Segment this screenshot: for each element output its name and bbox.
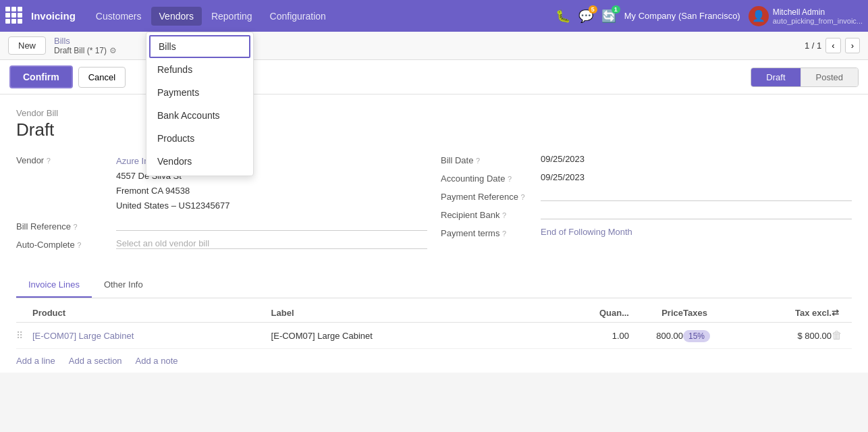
bill-ref-input[interactable] <box>116 220 427 231</box>
payment-ref-input[interactable] <box>541 190 852 201</box>
row-price[interactable]: 800.00 <box>629 331 683 341</box>
menu-bills[interactable]: Bills <box>149 35 250 58</box>
company-selector[interactable]: My Company (San Francisco) <box>624 11 740 21</box>
recipient-bank-hint[interactable]: ? <box>502 211 506 219</box>
chat-icon[interactable]: 💬 5 <box>578 9 593 24</box>
payment-terms-hint[interactable]: ? <box>502 230 506 238</box>
bill-date-hint[interactable]: ? <box>476 157 480 165</box>
menu-payments[interactable]: Payments <box>146 81 253 104</box>
top-navbar: Invoicing Customers Vendors Reporting Co… <box>0 0 868 32</box>
refresh-badge: 1 <box>612 5 620 14</box>
recipient-bank-input[interactable] <box>541 209 852 219</box>
brand-label[interactable]: Invoicing <box>31 10 76 22</box>
prev-page-button[interactable]: ‹ <box>825 38 840 53</box>
payment-ref-hint[interactable]: ? <box>521 193 525 201</box>
bill-date-value[interactable]: 09/25/2023 <box>541 154 585 164</box>
status-posted: Posted <box>801 68 858 86</box>
auto-complete-field-row: Auto-Complete ? <box>16 238 427 250</box>
menu-vendors[interactable]: Vendors <box>146 150 253 173</box>
invoice-lines-table: Product Label Quan... Price Taxes Tax ex… <box>16 304 852 373</box>
drag-handle[interactable]: ⠿ <box>16 330 32 341</box>
row-tax-excl: $ 800.00 <box>751 331 832 341</box>
bill-date-label: Bill Date ? <box>441 154 535 165</box>
chat-badge: 5 <box>589 5 597 14</box>
cancel-button[interactable]: Cancel <box>78 67 126 88</box>
actions-col-header: ⇄ <box>832 308 852 318</box>
user-subtitle: auto_picking_from_invoic... <box>773 17 863 25</box>
tab-other-info[interactable]: Other Info <box>92 273 155 298</box>
payment-ref-label: Payment Reference ? <box>441 190 535 202</box>
bug-icon[interactable]: 🐛 <box>555 9 570 24</box>
new-button[interactable]: New <box>8 36 46 55</box>
payment-terms-label: Payment terms ? <box>441 227 535 238</box>
row-quantity[interactable]: 1.00 <box>510 331 629 341</box>
next-page-button[interactable]: › <box>845 38 860 53</box>
nav-reporting[interactable]: Reporting <box>203 7 261 26</box>
nav-vendors[interactable]: Vendors <box>151 7 202 26</box>
username: Mitchell Admin <box>773 7 863 17</box>
vendor-addr2: Fremont CA 94538 <box>116 184 229 198</box>
form-right: Bill Date ? 09/25/2023 Accounting Date ?… <box>441 154 852 256</box>
nav-links: Customers Vendors Reporting Configuratio… <box>88 7 555 26</box>
breadcrumb-parent[interactable]: Bills <box>54 36 117 46</box>
apps-icon[interactable] <box>5 7 24 26</box>
nav-configuration[interactable]: Configuration <box>262 7 334 26</box>
auto-complete-input[interactable] <box>116 238 427 249</box>
tabs: Invoice Lines Other Info <box>16 273 852 298</box>
vendor-label: Vendor ? <box>16 154 111 165</box>
vendor-hint[interactable]: ? <box>47 157 51 165</box>
bill-ref-field-row: Bill Reference ? <box>16 220 427 232</box>
user-menu[interactable]: 👤 Mitchell Admin auto_picking_from_invoi… <box>749 6 863 26</box>
bill-ref-label: Bill Reference ? <box>16 220 111 232</box>
auto-complete-label: Auto-Complete ? <box>16 238 111 250</box>
product-col-header: Product <box>32 308 271 318</box>
tax-badge[interactable]: 15% <box>683 330 710 342</box>
pagination: 1 / 1 ‹ › <box>805 38 860 53</box>
settings-icon[interactable]: ⚙ <box>109 46 117 55</box>
pagination-count: 1 / 1 <box>805 40 821 51</box>
delete-icon[interactable]: 🗑 <box>832 329 852 342</box>
trash-icon[interactable]: 🗑 <box>832 329 842 341</box>
bill-ref-hint[interactable]: ? <box>74 223 78 231</box>
payment-terms-value[interactable]: End of Following Month <box>541 227 632 237</box>
add-line-link[interactable]: Add a line <box>16 356 55 366</box>
label-col-header: Label <box>271 308 510 318</box>
form-grid: Vendor ? Azure Interior 4557 De Silva St… <box>16 154 852 256</box>
recipient-bank-row: Recipient Bank ? <box>441 209 852 220</box>
table-header: Product Label Quan... Price Taxes Tax ex… <box>16 304 852 323</box>
action-bar: Confirm Cancel Draft Posted <box>0 60 868 94</box>
accounting-date-label: Accounting Date ? <box>441 172 535 184</box>
add-section-link[interactable]: Add a section <box>69 356 122 366</box>
topnav-right: 🐛 💬 5 🔄 1 My Company (San Francisco) 👤 M… <box>555 6 863 26</box>
recipient-bank-label: Recipient Bank ? <box>441 209 535 220</box>
table-footer: Add a line Add a section Add a note <box>16 349 852 373</box>
payment-ref-row: Payment Reference ? <box>441 190 852 202</box>
avatar: 👤 <box>749 6 769 26</box>
subnav: New Bills Draft Bill (* 17) ⚙ 1 / 1 ‹ › <box>0 32 868 60</box>
tab-invoice-lines[interactable]: Invoice Lines <box>16 273 92 298</box>
menu-refunds[interactable]: Refunds <box>146 58 253 81</box>
quantity-col-header: Quan... <box>510 308 629 318</box>
add-note-link[interactable]: Add a note <box>136 356 178 366</box>
row-label: [E-COM07] Large Cabinet <box>271 331 510 341</box>
nav-customers[interactable]: Customers <box>88 7 150 26</box>
accounting-date-row: Accounting Date ? 09/25/2023 <box>441 172 852 184</box>
payment-terms-row: Payment terms ? End of Following Month <box>441 227 852 238</box>
menu-products[interactable]: Products <box>146 127 253 150</box>
confirm-button[interactable]: Confirm <box>9 65 73 88</box>
price-col-header: Price <box>629 308 683 318</box>
taxexcl-col-header: Tax excl. <box>751 308 832 318</box>
auto-complete-hint[interactable]: ? <box>77 241 81 249</box>
taxes-col-header: Taxes <box>683 308 751 318</box>
accounting-date-hint[interactable]: ? <box>508 175 512 183</box>
breadcrumb-current: Draft Bill (* 17) ⚙ <box>54 46 117 55</box>
breadcrumb: Bills Draft Bill (* 17) ⚙ <box>54 36 117 55</box>
row-product[interactable]: [E-COM07] Large Cabinet <box>32 331 271 341</box>
menu-bank-accounts[interactable]: Bank Accounts <box>146 104 253 127</box>
refresh-icon[interactable]: 🔄 1 <box>601 9 616 24</box>
status-flow: Draft Posted <box>751 68 859 87</box>
accounting-date-value[interactable]: 09/25/2023 <box>541 172 585 182</box>
main-content: Vendor Bill Draft Vendor ? Azure Interio… <box>0 94 868 373</box>
row-taxes: 15% <box>683 331 751 341</box>
vendor-addr3: United States – US12345677 <box>116 198 229 213</box>
